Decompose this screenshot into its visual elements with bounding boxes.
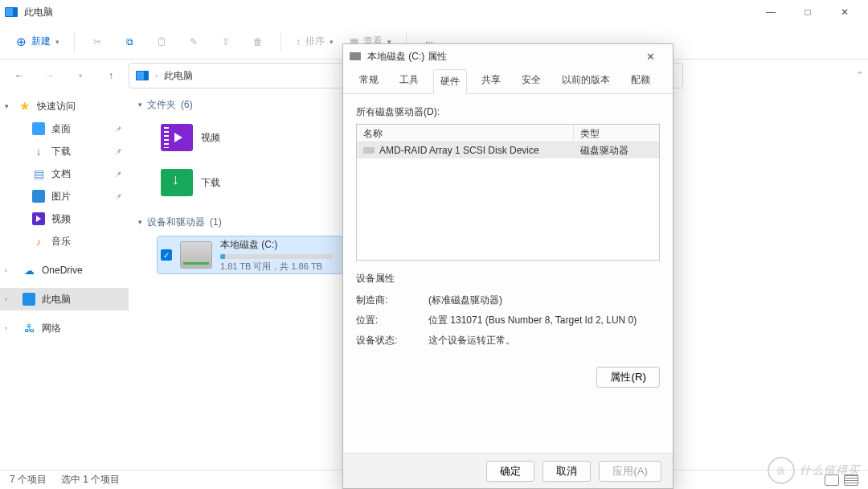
- tab-general[interactable]: 常规: [353, 68, 385, 93]
- cut-icon: ✂: [93, 36, 101, 47]
- window-minimize-button[interactable]: —: [752, 0, 789, 24]
- star-icon: ★: [18, 100, 31, 113]
- drive-subtext: 1.81 TB 可用，共 1.86 TB: [220, 261, 333, 273]
- dialog-close-button[interactable]: ✕: [634, 51, 666, 63]
- dialog-title: 本地磁盘 (C:) 属性: [367, 50, 447, 64]
- apply-button[interactable]: 应用(A): [599, 461, 661, 482]
- device-properties-group: 设备属性 制造商: (标准磁盘驱动器) 位置: 位置 131071 (Bus N…: [356, 272, 660, 388]
- chevron-down-icon: ▾: [330, 38, 334, 46]
- chevron-down-icon: ▾: [138, 101, 142, 109]
- forward-button[interactable]: →: [37, 63, 63, 88]
- sort-icon: ↕: [296, 36, 301, 47]
- view-tiles-icon[interactable]: [844, 475, 858, 486]
- back-button[interactable]: ←: [6, 63, 32, 88]
- pin-icon: 📌︎: [114, 125, 122, 134]
- label: 文档: [51, 167, 71, 181]
- sidebar-desktop[interactable]: 桌面 📌︎: [0, 117, 129, 140]
- rename-button[interactable]: ✎: [179, 29, 208, 55]
- pc-icon: [136, 71, 149, 80]
- sidebar-this-pc[interactable]: › 此电脑: [0, 288, 129, 310]
- address-segment[interactable]: 此电脑: [164, 69, 193, 83]
- disk-icon: [363, 147, 375, 154]
- sidebar-documents[interactable]: ▤ 文档 📌︎: [0, 162, 129, 185]
- chevron-right-icon: ›: [5, 324, 7, 332]
- sidebar-videos[interactable]: 视频: [0, 208, 129, 230]
- rename-icon: ✎: [190, 36, 198, 47]
- download-icon: ↓: [32, 145, 45, 158]
- downloads-folder-icon: [161, 169, 193, 196]
- window-title: 此电脑: [24, 6, 53, 19]
- document-icon: ▤: [32, 167, 45, 180]
- pin-icon: 📌︎: [114, 147, 122, 156]
- sort-button[interactable]: ↕ 排序 ▾: [289, 29, 340, 55]
- location-label: 位置:: [356, 314, 428, 327]
- row-name: AMD-RAID Array 1 SCSI Disk Device: [379, 145, 539, 156]
- label: 图片: [51, 190, 71, 203]
- view-mode-switch[interactable]: [825, 475, 858, 486]
- label: 视频: [51, 212, 71, 226]
- delete-button[interactable]: 🗑︎: [244, 29, 272, 55]
- drives-list[interactable]: 名称 类型 AMD-RAID Array 1 SCSI Disk Device …: [356, 124, 660, 261]
- video-folder-icon: [161, 124, 193, 151]
- chevron-down-icon: ▾: [138, 218, 142, 226]
- manufacturer-value: (标准磁盘驱动器): [428, 294, 660, 307]
- separator: [74, 32, 75, 51]
- tab-hardware[interactable]: 硬件: [433, 69, 467, 94]
- ok-button[interactable]: 确定: [486, 461, 534, 482]
- network-icon: 🖧︎: [23, 322, 35, 335]
- checkbox-icon[interactable]: ✓: [161, 249, 172, 261]
- list-header: 名称 类型: [357, 125, 659, 142]
- new-label: 新建: [31, 35, 51, 48]
- label: 音乐: [51, 235, 71, 249]
- row-type: 磁盘驱动器: [574, 142, 659, 158]
- dialog-titlebar[interactable]: 本地磁盘 (C:) 属性 ✕: [343, 44, 673, 68]
- chevron-down-icon: ▾: [5, 102, 9, 110]
- drive-name: 本地磁盘 (C:): [220, 238, 333, 252]
- tab-previous-versions[interactable]: 以前的版本: [555, 68, 616, 93]
- new-button[interactable]: ⊕ 新建 ▾: [10, 29, 66, 55]
- sidebar-onedrive[interactable]: › ☁ OneDrive: [0, 259, 129, 281]
- paste-button[interactable]: 📋︎: [147, 29, 176, 55]
- sidebar-pictures[interactable]: 图片 📌︎: [0, 185, 129, 208]
- recent-chevron[interactable]: ▾: [68, 63, 93, 88]
- pc-icon: [23, 293, 35, 306]
- tab-sharing[interactable]: 共享: [475, 68, 507, 93]
- drive-row[interactable]: AMD-RAID Array 1 SCSI Disk Device 磁盘驱动器: [357, 142, 659, 158]
- tab-quota[interactable]: 配额: [624, 68, 657, 93]
- window-close-button[interactable]: ✕: [826, 0, 863, 24]
- status-selected: 选中 1 个项目: [61, 473, 120, 487]
- tile-drive-c[interactable]: ✓ 本地磁盘 (C:) 1.81 TB 可用，共 1.86 TB: [158, 236, 342, 273]
- dialog-tabs: 常规 工具 硬件 共享 安全 以前的版本 配额: [343, 68, 673, 94]
- cut-button[interactable]: ✂: [83, 29, 112, 55]
- label: 网络: [42, 322, 61, 335]
- tab-security[interactable]: 安全: [515, 68, 547, 93]
- cancel-button[interactable]: 取消: [542, 461, 591, 482]
- sidebar[interactable]: ▾ ★ 快速访问 桌面 📌︎ ↓ 下载 📌︎ ▤ 文档 📌︎ 图片 📌︎ 视频: [0, 92, 129, 470]
- tab-tools[interactable]: 工具: [393, 68, 425, 93]
- manufacturer-label: 制造商:: [356, 294, 428, 307]
- copy-button[interactable]: ⧉: [115, 29, 144, 55]
- label: 快速访问: [37, 100, 76, 113]
- sort-label: 排序: [305, 35, 325, 48]
- sidebar-downloads[interactable]: ↓ 下载 📌︎: [0, 140, 129, 162]
- sidebar-music[interactable]: ♪ 音乐: [0, 230, 129, 253]
- up-button[interactable]: ↑: [98, 63, 124, 88]
- sidebar-network[interactable]: › 🖧︎ 网络: [0, 317, 129, 339]
- tile-videos[interactable]: 视频: [158, 119, 342, 156]
- col-name[interactable]: 名称: [357, 125, 574, 142]
- sidebar-quick-access[interactable]: ▾ ★ 快速访问: [0, 95, 129, 117]
- tile-downloads[interactable]: 下载: [158, 164, 342, 201]
- device-properties-button[interactable]: 属性(R): [596, 367, 660, 388]
- app-icon: [5, 7, 18, 17]
- pin-icon: 📌︎: [114, 192, 122, 201]
- label: 桌面: [51, 122, 71, 136]
- window-maximize-button[interactable]: □: [789, 0, 826, 24]
- status-item-count: 7 个项目: [10, 473, 47, 487]
- desktop-icon: [32, 122, 45, 135]
- plus-icon: ⊕: [16, 35, 27, 49]
- col-type[interactable]: 类型: [574, 125, 659, 142]
- view-details-icon[interactable]: [825, 475, 839, 486]
- status-label: 设备状态:: [356, 334, 428, 347]
- tile-label: 视频: [201, 131, 220, 145]
- share-button[interactable]: ⇪: [211, 29, 240, 55]
